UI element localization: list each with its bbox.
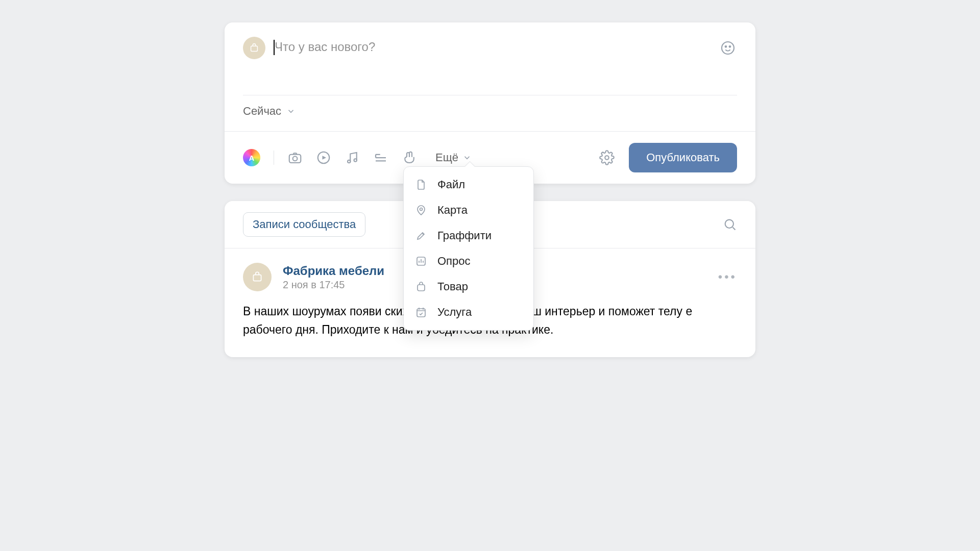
emoji-icon[interactable]: [719, 39, 737, 57]
more-dropdown: Файл Карта Граффити Опрос Товар: [403, 166, 534, 331]
composer-toolbar: A Ещё: [225, 131, 755, 184]
chevron-down-icon: [462, 153, 472, 162]
svg-point-2: [725, 46, 727, 47]
svg-rect-0: [251, 46, 258, 51]
separator: [274, 151, 274, 165]
tab-community-posts[interactable]: Записи сообщества: [243, 212, 365, 237]
post-composer: Сейчас A: [225, 22, 755, 184]
svg-rect-15: [253, 275, 261, 281]
svg-point-9: [605, 156, 609, 160]
svg-point-7: [348, 160, 351, 163]
svg-rect-4: [289, 155, 301, 163]
avatar[interactable]: [243, 263, 272, 291]
svg-point-8: [354, 159, 357, 162]
svg-point-3: [729, 46, 731, 47]
camera-icon[interactable]: [287, 150, 303, 165]
post-timestamp[interactable]: 2 ноя в 17:45: [283, 279, 384, 291]
more-label: Ещё: [435, 151, 458, 164]
dropdown-item-map[interactable]: Карта: [404, 197, 533, 223]
brush-icon: [415, 230, 428, 242]
more-button[interactable]: Ещё: [435, 151, 472, 164]
bag-icon: [415, 281, 428, 293]
dropdown-item-graffiti[interactable]: Граффити: [404, 223, 533, 248]
dropdown-item-product[interactable]: Товар: [404, 274, 533, 299]
dropdown-item-label: Товар: [437, 280, 468, 293]
video-icon[interactable]: [316, 150, 331, 165]
post-author[interactable]: Фабрика мебели: [283, 264, 384, 278]
dropdown-item-label: Услуга: [437, 306, 472, 319]
dropdown-item-service[interactable]: Услуга: [404, 299, 533, 325]
dropdown-item-poll[interactable]: Опрос: [404, 248, 533, 274]
search-icon[interactable]: [723, 217, 737, 232]
post-menu-icon[interactable]: •••: [718, 270, 737, 284]
music-icon[interactable]: [345, 150, 360, 165]
gear-icon[interactable]: [599, 150, 615, 165]
donate-icon[interactable]: [402, 150, 417, 165]
article-icon[interactable]: [373, 150, 388, 165]
composer-input[interactable]: [265, 37, 427, 54]
map-pin-icon: [415, 204, 428, 216]
dropdown-item-label: Файл: [437, 178, 465, 191]
svg-point-1: [722, 42, 734, 54]
calendar-check-icon: [415, 306, 428, 318]
publish-button[interactable]: Опубликовать: [629, 143, 737, 172]
avatar: [243, 37, 265, 59]
schedule-label: Сейчас: [243, 105, 281, 118]
dropdown-item-label: Граффити: [437, 229, 492, 242]
poll-icon: [415, 255, 428, 267]
svg-point-10: [420, 208, 423, 211]
dropdown-item-label: Опрос: [437, 255, 471, 268]
chevron-down-icon: [286, 107, 296, 116]
dropdown-item-label: Карта: [437, 204, 468, 217]
schedule-selector[interactable]: Сейчас: [225, 95, 755, 131]
svg-rect-13: [417, 309, 425, 317]
svg-point-5: [293, 157, 298, 161]
ai-style-icon[interactable]: A: [243, 149, 260, 166]
dropdown-item-file[interactable]: Файл: [404, 172, 533, 197]
svg-point-14: [725, 220, 733, 228]
svg-rect-12: [418, 285, 425, 291]
file-icon: [415, 179, 428, 191]
